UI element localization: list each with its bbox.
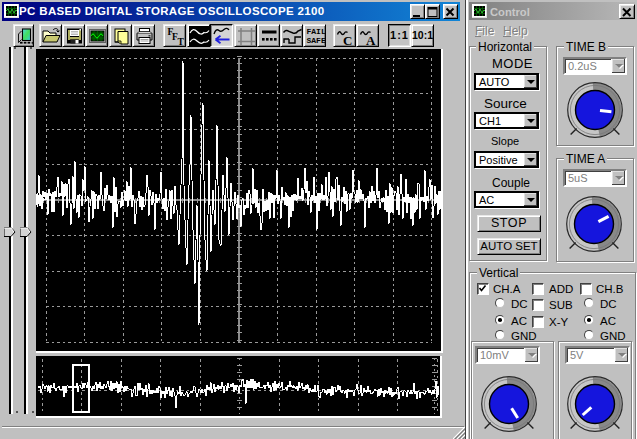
svg-text:A: A <box>366 33 376 48</box>
svg-text:Help: Help <box>503 24 528 38</box>
svg-text:Control: Control <box>490 6 530 18</box>
svg-text:File: File <box>475 24 495 38</box>
svg-text:C: C <box>343 33 352 48</box>
svg-text:PC BASED DIGITAL STORAGE OSCIL: PC BASED DIGITAL STORAGE OSCILLOSCOPE 21… <box>19 5 324 17</box>
svg-text:T: T <box>178 37 185 47</box>
